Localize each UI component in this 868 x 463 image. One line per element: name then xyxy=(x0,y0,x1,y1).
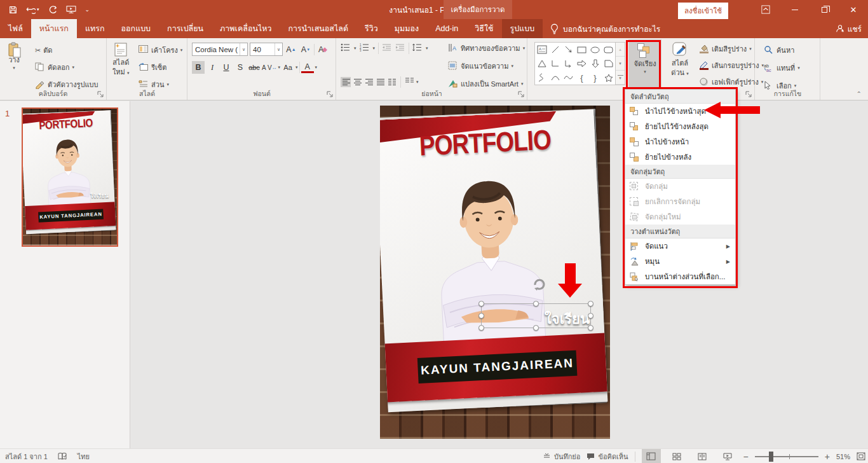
slide-sorter-view-button[interactable] xyxy=(667,449,686,463)
shape-oval-icon[interactable] xyxy=(589,43,602,56)
shape-left-brace-icon[interactable]: { xyxy=(576,71,588,84)
clear-formatting-button[interactable]: A◆ xyxy=(316,43,329,56)
shapes-more-icon[interactable]: ▾ xyxy=(616,71,625,85)
spellcheck-icon[interactable] xyxy=(58,452,67,460)
resize-handle-sw[interactable] xyxy=(478,325,484,331)
font-family-combo[interactable]: Cordia New ( ∨ xyxy=(192,43,248,56)
slide-1-thumbnail[interactable]: PORTFOLIO xyxy=(22,107,118,247)
text-direction-button[interactable]: A ทิศทางของข้อความ ▾ xyxy=(446,41,527,55)
underline-button[interactable]: U xyxy=(220,61,233,74)
shapes-scroll-down-icon[interactable]: ▾ xyxy=(616,57,625,71)
resize-handle-ne[interactable] xyxy=(588,301,593,307)
align-right-button[interactable] xyxy=(363,77,374,87)
name-banner[interactable]: KAYUN TANGJAIREAN xyxy=(380,333,607,403)
share-button[interactable]: แชร์ xyxy=(836,19,862,38)
tab-view[interactable]: มุมมอง xyxy=(386,19,427,38)
font-dialog-launcher[interactable] xyxy=(327,91,334,98)
customize-qat-button[interactable]: ⌄ xyxy=(85,6,90,13)
character-spacing-button[interactable]: A V↔ xyxy=(262,61,277,74)
tab-animations[interactable]: ภาพเคลื่อนไหว xyxy=(212,19,280,38)
quick-styles-button[interactable]: สไตล์ ด่วน ▾ xyxy=(665,39,695,79)
columns-button[interactable] xyxy=(386,77,397,87)
increase-indent-button[interactable] xyxy=(395,43,405,53)
tab-home[interactable]: หน้าแรก xyxy=(31,19,77,38)
tab-addin[interactable]: Add-in xyxy=(427,19,466,38)
undo-button[interactable]: ▾ xyxy=(26,6,39,14)
menu-item-selection-pane[interactable]: บานหน้าต่างส่วนที่เลือก... xyxy=(625,269,735,284)
shape-right-brace-icon[interactable]: } xyxy=(589,71,602,84)
start-slideshow-button[interactable] xyxy=(66,5,76,14)
rotate-handle[interactable] xyxy=(531,276,546,291)
tab-help[interactable]: วิธีใช้ xyxy=(466,19,501,38)
sign-in-button[interactable]: ลงชื่อเข้าใช้ xyxy=(678,3,728,19)
resize-handle-nw[interactable] xyxy=(478,301,484,307)
resize-handle-se[interactable] xyxy=(588,325,593,331)
portfolio-paper[interactable]: PORTFOLIO xyxy=(380,109,607,412)
grow-font-button[interactable]: A▲ xyxy=(285,43,297,56)
zoom-out-button[interactable]: − xyxy=(743,452,749,462)
bullets-button[interactable] xyxy=(341,43,351,53)
shape-rectangle-icon[interactable] xyxy=(576,43,588,56)
shape-rounded-rect-icon[interactable] xyxy=(602,43,615,56)
clipboard-dialog-launcher[interactable] xyxy=(97,91,104,98)
tab-format[interactable]: รูปแบบ xyxy=(502,19,543,38)
align-text-button[interactable]: จัดแนวข้อความ ▾ xyxy=(446,59,527,73)
shapes-scroll-up-icon[interactable]: ▴ xyxy=(616,43,625,57)
menu-item-ungroup[interactable]: ยกเลิกการจัดกลุ่ม xyxy=(625,194,735,209)
tab-file[interactable]: ไฟล์ xyxy=(0,19,31,38)
line-spacing-button[interactable] xyxy=(412,43,423,53)
resize-handle-e[interactable] xyxy=(588,313,593,319)
tell-me-box[interactable]: บอกฉันว่าคุณต้องการทำอะไร xyxy=(543,19,668,38)
zoom-in-button[interactable]: + xyxy=(825,452,830,462)
shape-scribble-icon[interactable] xyxy=(536,71,548,84)
replace-button[interactable]: abac แทนที่ ▾ xyxy=(762,61,802,75)
language-indicator[interactable]: ไทย xyxy=(78,451,90,462)
shape-down-arrow-icon[interactable] xyxy=(589,57,602,70)
shape-line-icon[interactable] xyxy=(549,43,562,56)
ribbon-display-options-button[interactable] xyxy=(751,0,780,19)
shapes-scrollbar[interactable]: ▴ ▾ ▾ xyxy=(616,42,625,85)
shape-elbow-connector-icon[interactable] xyxy=(549,57,562,70)
shape-textbox-icon[interactable]: A xyxy=(536,43,548,56)
restore-button[interactable] xyxy=(810,0,839,19)
menu-item-group[interactable]: จัดกลุ่ม xyxy=(625,179,735,194)
shape-arrow-icon[interactable] xyxy=(562,43,575,56)
reading-view-button[interactable] xyxy=(693,449,712,463)
copy-button[interactable]: คัดลอก ▾ xyxy=(33,60,100,74)
shape-curve-icon[interactable] xyxy=(562,71,575,84)
resize-handle-s[interactable] xyxy=(533,325,539,331)
justify-button[interactable] xyxy=(375,77,385,87)
tab-design[interactable]: ออกแบบ xyxy=(113,19,159,38)
menu-item-send-to-back[interactable]: ย้ายไปไว้ข้างหลังสุด xyxy=(625,119,735,134)
menu-item-bring-forward[interactable]: นำไปข้างหน้า xyxy=(625,134,735,149)
cut-button[interactable]: ✂ ตัด xyxy=(33,43,100,57)
slideshow-view-button[interactable] xyxy=(718,449,737,463)
align-center-button[interactable] xyxy=(352,77,362,87)
italic-button[interactable]: I xyxy=(206,61,219,74)
menu-item-align[interactable]: จัดแนว ▶ xyxy=(625,238,735,254)
shadow-button[interactable]: S xyxy=(234,61,247,74)
numbering-button[interactable]: 123 xyxy=(360,43,370,53)
reset-button[interactable]: รีเซ็ต xyxy=(137,60,184,74)
shape-snip-rect-icon[interactable] xyxy=(602,57,615,70)
shrink-font-button[interactable]: A▼ xyxy=(299,43,312,56)
menu-item-rotate[interactable]: หมุน ▶ xyxy=(625,254,735,269)
redo-button[interactable] xyxy=(48,5,57,14)
zoom-slider-thumb[interactable] xyxy=(769,452,773,462)
zoom-slider[interactable] xyxy=(755,456,818,457)
shape-arc-icon[interactable] xyxy=(549,71,562,84)
tab-review[interactable]: รีวิว xyxy=(356,19,386,38)
font-color-button[interactable]: A xyxy=(301,62,314,73)
change-case-button[interactable]: Aa xyxy=(281,61,294,74)
find-button[interactable]: ค้นหา xyxy=(762,43,802,57)
resize-handle-w[interactable] xyxy=(478,313,484,319)
comments-button[interactable]: ข้อคิดเห็น xyxy=(587,451,628,462)
slide-canvas[interactable]: PORTFOLIO xyxy=(131,101,868,448)
menu-item-regroup[interactable]: จัดกลุ่มใหม่ xyxy=(625,209,735,225)
layout-button[interactable]: เค้าโครง ▾ xyxy=(137,43,184,57)
drawing-dialog-launcher[interactable] xyxy=(745,91,752,98)
save-button[interactable] xyxy=(9,6,17,14)
normal-view-button[interactable] xyxy=(642,449,661,463)
zoom-percentage[interactable]: 51% xyxy=(836,453,850,460)
shape-triangle-icon[interactable] xyxy=(536,57,548,70)
